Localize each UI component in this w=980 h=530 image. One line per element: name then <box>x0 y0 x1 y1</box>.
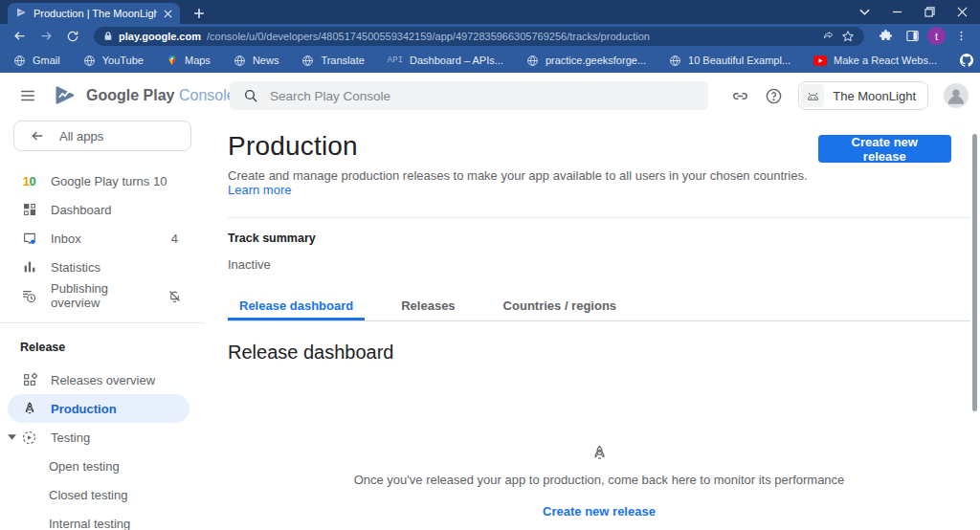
tab-search-icon[interactable] <box>848 0 880 24</box>
sidebar-item-publishing-overview[interactable]: Publishing overview <box>0 281 205 310</box>
rocket-icon <box>21 401 37 417</box>
dashboard-icon <box>21 202 37 218</box>
sidebar: All apps 10 Google Play turns 10 Dashboa… <box>0 119 205 530</box>
section-divider <box>228 217 970 218</box>
restore-icon[interactable] <box>913 0 946 24</box>
chevron-down-icon[interactable] <box>8 434 17 440</box>
help-icon[interactable] <box>765 87 783 105</box>
sidebar-item-releases-overview[interactable]: Releases overview <box>0 365 205 394</box>
android-icon <box>801 84 824 107</box>
minimize-icon[interactable] <box>880 0 913 24</box>
bookmarks-bar: Gmail YouTube Maps News Translate API Da… <box>0 48 980 73</box>
globe-icon <box>669 55 681 67</box>
github-icon <box>960 54 973 67</box>
all-apps-button[interactable]: All apps <box>13 121 191 151</box>
tab-countries-regions[interactable]: Countries / regions <box>492 292 628 320</box>
play-console-logo-icon <box>52 82 78 108</box>
bookmark-react-website[interactable]: Make a React Webs... <box>813 55 937 66</box>
releases-overview-icon <box>21 372 37 388</box>
sidebar-item-open-testing[interactable]: Open testing <box>0 452 205 480</box>
search-bar[interactable] <box>230 81 708 110</box>
reload-icon[interactable] <box>61 26 84 47</box>
testing-icon <box>21 430 37 446</box>
screen: Production | The MoonLight <box>0 0 980 530</box>
release-nav: Releases overview Production Testing Ope… <box>0 365 205 530</box>
globe-icon <box>526 55 539 67</box>
new-tab-button[interactable] <box>188 3 211 24</box>
inbox-badge: 4 <box>171 232 178 246</box>
console-header: Google Play Console The MoonLight <box>0 73 980 119</box>
sidebar-item-production[interactable]: Production <box>8 394 189 423</box>
rocket-icon <box>590 444 609 462</box>
tab-close-icon[interactable] <box>164 10 172 18</box>
notifications-off-icon <box>167 289 182 303</box>
browser-profile-avatar[interactable]: t <box>927 27 946 45</box>
person-icon <box>944 83 969 108</box>
maps-pin-icon <box>167 54 178 67</box>
bookmark-translate[interactable]: Translate <box>301 55 364 67</box>
tab-bar: Release dashboard Releases Countries / r… <box>228 292 970 321</box>
empty-state: Once you've released your app to product… <box>228 444 970 519</box>
side-panel-icon[interactable] <box>901 26 924 47</box>
sidebar-item-statistics[interactable]: Statistics <box>0 253 205 281</box>
sidebar-item-testing[interactable]: Testing <box>0 423 205 452</box>
browser-menu-icon[interactable] <box>949 26 972 47</box>
app-selector-chip[interactable]: The MoonLight <box>798 81 928 110</box>
back-icon[interactable] <box>8 26 31 47</box>
app-name: The MoonLight <box>833 89 916 103</box>
share-icon[interactable] <box>822 30 835 42</box>
inbox-icon <box>21 231 37 247</box>
bookmark-youtube[interactable]: YouTube <box>83 55 144 67</box>
menu-hamburger-icon[interactable] <box>19 87 36 108</box>
track-summary-label: Track summary <box>228 232 970 245</box>
sidebar-item-dashboard[interactable]: Dashboard <box>0 195 205 224</box>
browser-titlebar: Production | The MoonLight <box>0 0 980 24</box>
extensions-icon[interactable] <box>874 26 897 47</box>
learn-more-link[interactable]: Learn more <box>228 183 291 197</box>
globe-icon <box>234 55 246 67</box>
statistics-icon <box>21 259 37 276</box>
play-console-logo[interactable]: Google Play Console <box>52 82 235 108</box>
create-new-release-button[interactable]: Create new release <box>818 135 951 163</box>
main-content: Production Create and manage production … <box>205 119 980 530</box>
sidebar-divider <box>0 322 205 323</box>
globe-icon <box>83 55 96 67</box>
bookmark-news[interactable]: News <box>234 55 279 67</box>
page-description: Create and manage production releases to… <box>228 168 818 197</box>
url-bar[interactable]: play.google.com/console/u/0/developers/4… <box>94 27 864 46</box>
search-input[interactable] <box>270 89 695 103</box>
page-head: Production Create and manage production … <box>228 119 970 197</box>
bookmark-gmail[interactable]: Gmail <box>13 55 60 67</box>
link-icon[interactable] <box>731 87 749 105</box>
bookmark-star-icon[interactable] <box>841 30 855 43</box>
browser-tab[interactable]: Production | The MoonLight <box>8 3 180 24</box>
url-host: play.google.com <box>119 31 201 42</box>
sidebar-item-internal-testing[interactable]: Internal testing <box>0 509 205 530</box>
page-scrollbar[interactable] <box>972 134 977 411</box>
bookmark-github-osmdroid[interactable]: GitHub - osmdroid/... <box>960 54 980 67</box>
tab-releases[interactable]: Releases <box>390 292 466 320</box>
account-avatar[interactable] <box>944 83 969 108</box>
sidebar-item-google-play-turns-10[interactable]: 10 Google Play turns 10 <box>0 166 205 195</box>
bookmark-maps[interactable]: Maps <box>167 54 211 67</box>
bookmark-beautiful-examples[interactable]: 10 Beautiful Exampl... <box>669 55 791 67</box>
empty-state-create-release-link[interactable]: Create new release <box>543 504 656 519</box>
url-path: /console/u/0/developers/4805174500559342… <box>207 31 816 42</box>
search-icon <box>243 88 258 103</box>
sidebar-nav: 10 Google Play turns 10 Dashboard Inbox … <box>0 166 205 310</box>
sidebar-item-inbox[interactable]: Inbox 4 <box>0 224 205 253</box>
forward-icon[interactable] <box>34 26 57 47</box>
bookmark-geeksforgeeks[interactable]: practice.geeksforge... <box>526 55 646 67</box>
ten-icon: 10 <box>21 173 37 189</box>
release-dashboard-heading: Release dashboard <box>228 342 970 364</box>
close-window-icon[interactable] <box>946 0 978 24</box>
bookmark-api-dashboard[interactable]: API Dashboard – APIs... <box>388 55 503 66</box>
all-apps-label: All apps <box>59 129 103 144</box>
console-header-actions: The MoonLight <box>731 73 969 119</box>
play-console-favicon <box>15 7 27 20</box>
page-title: Production <box>228 132 818 161</box>
publishing-overview-icon <box>21 288 37 304</box>
sidebar-item-closed-testing[interactable]: Closed testing <box>0 480 205 509</box>
logo-text: Google Play Console <box>86 87 235 104</box>
tab-release-dashboard[interactable]: Release dashboard <box>228 292 365 320</box>
